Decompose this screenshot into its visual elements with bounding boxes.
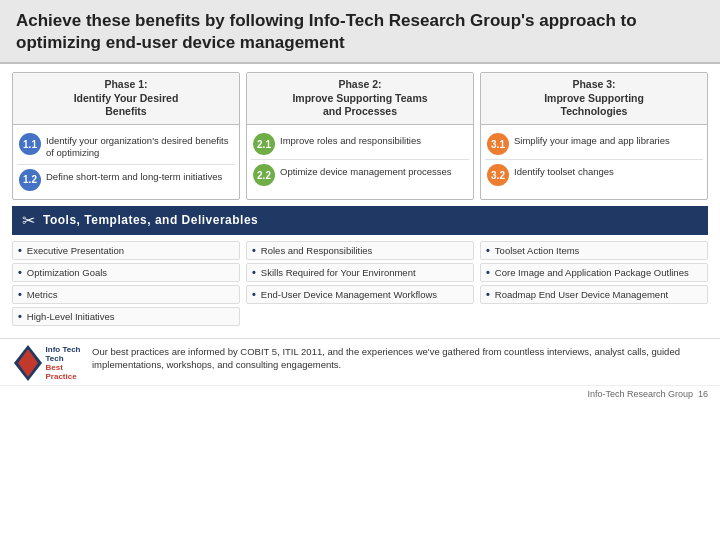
footer-logo: Info Tech Tech Best Practice — [12, 345, 82, 381]
phase-item: 2.2 Optimize device management processes — [251, 160, 469, 190]
phase-2-items: 2.1 Improve roles and responsibilities 2… — [247, 125, 473, 194]
deliv-item: • End-User Device Management Workflows — [246, 285, 474, 304]
phase-1-items: 1.1 Identify your organization's desired… — [13, 125, 239, 199]
deliverables-col-1: • Executive Presentation • Optimization … — [12, 241, 240, 326]
deliv-item: • Core Image and Application Package Out… — [480, 263, 708, 282]
footer: Info Tech Tech Best Practice Our best pr… — [0, 338, 720, 385]
bullet-icon: • — [252, 267, 256, 278]
bullet-icon: • — [18, 245, 22, 256]
deliv-item: • Metrics — [12, 285, 240, 304]
phase-item-text: Improve roles and responsibilities — [280, 133, 421, 147]
phase-num-2-1: 2.1 — [253, 133, 275, 155]
footer-text: Our best practices are informed by COBIT… — [92, 345, 708, 372]
bullet-icon: • — [252, 289, 256, 300]
tools-row: ✂ Tools, Templates, and Deliverables — [12, 206, 708, 235]
deliverables-col-3: • Toolset Action Items • Core Image and … — [480, 241, 708, 326]
deliverables-col-2: • Roles and Responsibilities • Skills Re… — [246, 241, 474, 326]
bullet-icon: • — [18, 311, 22, 322]
deliv-item: • Optimization Goals — [12, 263, 240, 282]
bottom-bar: Info-Tech Research Group 16 — [0, 385, 720, 402]
bullet-icon: • — [486, 289, 490, 300]
phase-num-1-1: 1.1 — [19, 133, 41, 155]
phase-item: 1.1 Identify your organization's desired… — [17, 129, 235, 165]
bullet-icon: • — [486, 245, 490, 256]
tools-title: Tools, Templates, and Deliverables — [43, 213, 258, 227]
main-content: Phase 1:Identify Your DesiredBenefits 1.… — [0, 64, 720, 336]
tools-icon: ✂ — [22, 211, 35, 230]
deliv-item: • Executive Presentation — [12, 241, 240, 260]
phase-2-header: Phase 2:Improve Supporting Teamsand Proc… — [247, 73, 473, 125]
phase-item-text: Identify your organization's desired ben… — [46, 133, 233, 160]
bullet-icon: • — [18, 289, 22, 300]
credit-text: Info-Tech Research Group — [587, 389, 693, 399]
page-number: 16 — [698, 389, 708, 399]
phase-item-text: Identify toolset changes — [514, 164, 614, 178]
phase-1-header: Phase 1:Identify Your DesiredBenefits — [13, 73, 239, 125]
phases-row: Phase 1:Identify Your DesiredBenefits 1.… — [12, 72, 708, 200]
deliv-text: Core Image and Application Package Outli… — [495, 267, 689, 278]
phase-num-3-2: 3.2 — [487, 164, 509, 186]
bullet-icon: • — [486, 267, 490, 278]
phase-item-text: Define short-term and long-term initiati… — [46, 169, 222, 183]
deliv-item: • High-Level Initiatives — [12, 307, 240, 326]
deliv-item: • Roadmap End User Device Management — [480, 285, 708, 304]
page-wrapper: Achieve these benefits by following Info… — [0, 0, 720, 402]
phase-num-1-2: 1.2 — [19, 169, 41, 191]
deliv-text: Metrics — [27, 289, 58, 300]
phase-item: 3.1 Simplify your image and app librarie… — [485, 129, 703, 160]
deliv-item: • Toolset Action Items — [480, 241, 708, 260]
deliverables-grid: • Executive Presentation • Optimization … — [12, 241, 708, 326]
phase-3-header: Phase 3:Improve SupportingTechnologies — [481, 73, 707, 125]
deliv-item: • Skills Required for Your Environment — [246, 263, 474, 282]
logo-line3: Best — [46, 363, 81, 372]
logo-shape-icon — [14, 345, 42, 381]
page-title: Achieve these benefits by following Info… — [16, 10, 704, 54]
deliv-text: High-Level Initiatives — [27, 311, 115, 322]
phase-num-3-1: 3.1 — [487, 133, 509, 155]
phase-item: 2.1 Improve roles and responsibilities — [251, 129, 469, 160]
phase-2-col: Phase 2:Improve Supporting Teamsand Proc… — [246, 72, 474, 200]
deliv-text: End-User Device Management Workflows — [261, 289, 437, 300]
logo-line4: Practice — [46, 372, 81, 381]
deliv-item: • Roles and Responsibilities — [246, 241, 474, 260]
phase-item-text: Simplify your image and app libraries — [514, 133, 670, 147]
deliv-text: Skills Required for Your Environment — [261, 267, 416, 278]
phase-3-items: 3.1 Simplify your image and app librarie… — [481, 125, 707, 194]
header: Achieve these benefits by following Info… — [0, 0, 720, 64]
logo-line2: Tech — [46, 354, 81, 363]
phase-item: 3.2 Identify toolset changes — [485, 160, 703, 190]
deliv-text: Toolset Action Items — [495, 245, 579, 256]
deliv-text: Roles and Responsibilities — [261, 245, 372, 256]
phase-item-text: Optimize device management processes — [280, 164, 452, 178]
deliv-text: Optimization Goals — [27, 267, 107, 278]
deliv-text: Executive Presentation — [27, 245, 124, 256]
bullet-icon: • — [18, 267, 22, 278]
phase-1-col: Phase 1:Identify Your DesiredBenefits 1.… — [12, 72, 240, 200]
deliv-text: Roadmap End User Device Management — [495, 289, 668, 300]
logo-line1: Info Tech — [46, 345, 81, 354]
phase-item: 1.2 Define short-term and long-term init… — [17, 165, 235, 195]
svg-marker-1 — [18, 349, 38, 377]
phase-3-col: Phase 3:Improve SupportingTechnologies 3… — [480, 72, 708, 200]
bullet-icon: • — [252, 245, 256, 256]
phase-num-2-2: 2.2 — [253, 164, 275, 186]
